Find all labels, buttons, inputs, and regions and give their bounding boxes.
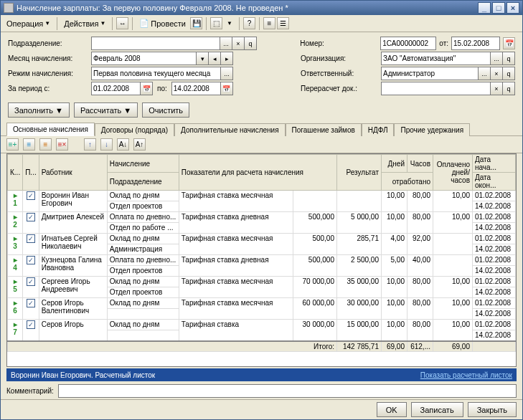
help-icon[interactable]: ?: [243, 17, 255, 29]
col-p[interactable]: П...: [23, 155, 39, 191]
tab-main-accruals[interactable]: Основные начисления: [6, 123, 95, 136]
input-subdivision[interactable]: [91, 37, 220, 50]
input-resp[interactable]: [381, 67, 479, 80]
close-footer-button[interactable]: Закрыть: [468, 402, 517, 417]
row-checkbox[interactable]: ✓: [23, 277, 39, 298]
table-row[interactable]: ▸5✓Сергеев Игорь АндреевичОклад по днямТ…: [8, 277, 516, 287]
input-period-from[interactable]: [91, 82, 141, 95]
table-row[interactable]: ▸3✓Игнатьев Сергей НиколаевичОклад по дн…: [8, 234, 516, 244]
tab-other[interactable]: Прочие удержания: [394, 123, 470, 136]
totals-days: 69,00: [382, 341, 407, 352]
cell-days: 10,00: [382, 277, 407, 298]
report-dropdown[interactable]: ▼: [224, 19, 235, 28]
list-icon[interactable]: ☰: [277, 17, 289, 29]
select-subdivision-button[interactable]: ...: [220, 37, 232, 50]
cell-accrual: Оклад по дням: [107, 298, 179, 309]
tab-loans[interactable]: Погашение займов: [286, 123, 362, 136]
col-paid[interactable]: Оплачено дней/часов: [433, 155, 473, 191]
col-hours[interactable]: Часов: [407, 155, 433, 173]
table-row[interactable]: ▸2✓Дмитриев АлексейОплата по дневно...Та…: [8, 212, 516, 223]
month-prev-button[interactable]: ◂: [209, 52, 221, 65]
row-checkbox[interactable]: ✓: [23, 298, 39, 320]
input-period-to[interactable]: [171, 82, 221, 95]
row-checkbox[interactable]: ✓: [23, 320, 39, 341]
copy-row-icon[interactable]: ≡: [23, 138, 35, 151]
row-checkbox[interactable]: ✓: [23, 212, 39, 234]
structure-icon[interactable]: ⬚: [210, 17, 222, 29]
clear-subdivision-button[interactable]: ×: [232, 37, 245, 50]
col-sub[interactable]: Подразделение: [107, 173, 179, 191]
cell-subdivision: [107, 309, 179, 320]
menu-post[interactable]: 📄Провести: [136, 17, 189, 29]
open-org-button[interactable]: q: [503, 52, 515, 65]
select-resp-button[interactable]: ...: [479, 67, 491, 80]
col-d1[interactable]: Дата нача...: [473, 155, 516, 173]
table-row[interactable]: ▸1✓Воронин Иван ЕгоровичОклад по днямТар…: [8, 191, 516, 201]
input-mode[interactable]: [91, 67, 221, 80]
col-res[interactable]: Результат: [337, 155, 382, 191]
table-row[interactable]: ▸6✓Серов Игорь ВалентиновичОклад по дням…: [8, 298, 516, 309]
title-bar[interactable]: Начисление зарплаты: За первую половину …: [1, 1, 522, 15]
cell-result: 2 500,00: [337, 255, 382, 277]
tab-ndfl[interactable]: НДФЛ: [362, 123, 395, 136]
menu-actions[interactable]: Действия▼: [61, 18, 108, 29]
grid-toolbar: ≡+ ≡ ≡ ≡× ↑ ↓ A↓ A↑: [1, 136, 522, 153]
col-ind[interactable]: Показатели для расчета начисления: [179, 155, 336, 191]
col-emp[interactable]: Работник: [39, 155, 107, 191]
comment-input[interactable]: [58, 384, 517, 398]
month-spindown[interactable]: ▾: [197, 52, 209, 65]
input-recalc[interactable]: [381, 82, 491, 95]
tab-additional[interactable]: Дополнительные начисления: [174, 123, 286, 136]
col-k[interactable]: К...: [8, 155, 23, 191]
clear-recalc-button[interactable]: ×: [491, 82, 503, 95]
col-days[interactable]: Дней: [382, 155, 407, 173]
input-number[interactable]: [380, 37, 436, 50]
table-row[interactable]: ▸7✓Серов ИгорьОклад по днямТарифная став…: [8, 320, 516, 330]
move-up-icon[interactable]: ↑: [84, 138, 96, 151]
select-org-button[interactable]: ...: [491, 52, 503, 65]
calendar-to-icon[interactable]: 📅: [221, 82, 233, 95]
calc-button[interactable]: Рассчитать▼: [74, 102, 138, 118]
move-down-icon[interactable]: ↓: [100, 138, 113, 151]
fill-button[interactable]: Заполнить▼: [8, 102, 70, 118]
input-org[interactable]: [381, 52, 491, 65]
goto-icon[interactable]: ↔: [116, 17, 128, 29]
window-title: Начисление зарплаты: За первую половину …: [17, 4, 288, 12]
col-worked[interactable]: отработано: [382, 173, 433, 191]
close-button[interactable]: ×: [506, 2, 519, 14]
calendar-icon[interactable]: 📅: [503, 37, 515, 49]
sort-icon[interactable]: ≡: [263, 17, 275, 29]
row-checkbox[interactable]: ✓: [23, 255, 39, 277]
col-d2[interactable]: Дата окон...: [473, 173, 516, 191]
sort-desc-icon[interactable]: A↑: [133, 138, 146, 151]
select-mode-button[interactable]: ...: [221, 67, 233, 80]
menu-operation[interactable]: Операция▼: [4, 18, 53, 29]
open-resp-button[interactable]: q: [503, 67, 515, 80]
open-recalc-button[interactable]: q: [503, 82, 515, 95]
app-icon: [4, 3, 14, 13]
col-acc[interactable]: Начисление: [107, 155, 179, 173]
input-date[interactable]: [451, 37, 500, 50]
input-month[interactable]: [91, 52, 197, 65]
row-checkbox[interactable]: ✓: [23, 191, 39, 212]
sort-asc-icon[interactable]: A↓: [117, 138, 129, 151]
show-payslip-link[interactable]: Показать расчетный листок: [420, 371, 512, 379]
ok-button[interactable]: OK: [377, 402, 407, 417]
cell-days: 10,00: [382, 298, 407, 320]
tab-contracts[interactable]: Договоры (подряда): [95, 123, 174, 136]
save-button[interactable]: Записать: [411, 402, 463, 417]
write-icon[interactable]: 💾: [190, 17, 202, 29]
maximize-button[interactable]: □: [492, 2, 505, 14]
table-row[interactable]: ▸4✓Кузнецова Галина ИвановнаОплата по дн…: [8, 255, 516, 266]
calendar-from-icon[interactable]: 📅: [141, 82, 153, 95]
edit-row-icon[interactable]: ≡: [39, 138, 52, 151]
row-checkbox[interactable]: ✓: [23, 234, 39, 255]
add-row-icon[interactable]: ≡+: [6, 138, 19, 151]
month-next-button[interactable]: ▸: [221, 52, 233, 65]
payroll-grid[interactable]: К... П... Работник Начисление Показатели…: [7, 154, 516, 366]
minimize-button[interactable]: _: [478, 2, 491, 14]
clear-resp-button[interactable]: ×: [491, 67, 503, 80]
open-subdivision-button[interactable]: q: [245, 37, 257, 50]
delete-row-icon[interactable]: ≡×: [56, 138, 68, 151]
clear-button[interactable]: Очистить: [142, 102, 189, 118]
